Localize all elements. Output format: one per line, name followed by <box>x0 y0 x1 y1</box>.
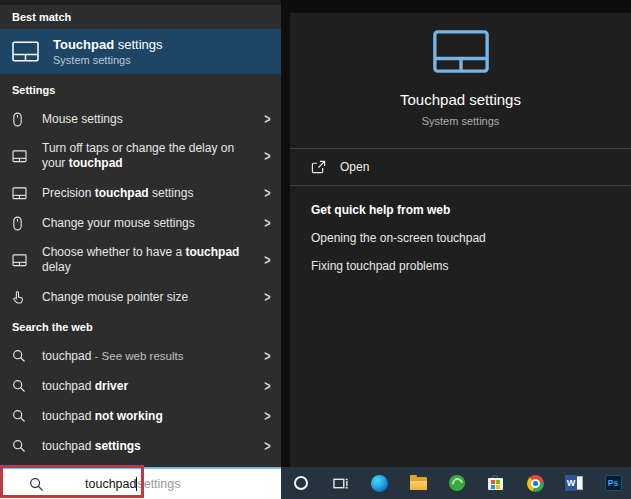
result-label-segment: Choose whether to have a <box>42 245 185 259</box>
result-label-segment: settings <box>149 186 194 200</box>
result-label-segment: touchpad <box>95 186 149 200</box>
quick-help-header: Get quick help from web <box>311 203 610 217</box>
quick-help-link[interactable]: Opening the on-screen touchpad <box>311 231 610 245</box>
chevron-right-icon[interactable]: > <box>264 184 270 202</box>
touchpad-icon <box>12 187 29 200</box>
windows-search-flyout: Best match Touchpad settings System sett… <box>0 0 631 499</box>
result-label: Choose whether to have a touchpad delay <box>42 245 254 275</box>
preview-pane: Touchpad settings System settings Open G… <box>290 13 631 467</box>
section-header-best-match: Best match <box>0 5 281 29</box>
result-label-segment: Change mouse pointer size <box>42 290 188 304</box>
search-results-panel: Best match Touchpad settings System sett… <box>0 0 281 467</box>
section-header: Search the web <box>0 312 281 341</box>
open-action[interactable]: Open <box>290 149 631 185</box>
preview-subtitle: System settings <box>290 115 631 127</box>
result-label-segment: touchpad <box>42 379 95 393</box>
result-label-segment: not working <box>95 409 163 423</box>
search-result-row[interactable]: Change mouse pointer size> <box>0 282 281 312</box>
search-suggestion-text: settings <box>137 477 180 491</box>
search-icon <box>12 349 29 363</box>
preview-title: Touchpad settings <box>290 91 631 108</box>
search-input-text[interactable]: touchpad <box>85 477 136 491</box>
cortana-icon[interactable] <box>292 474 310 492</box>
search-icon <box>12 379 29 393</box>
result-label-segment: touchpad <box>42 349 91 363</box>
result-label-segment: Change your mouse settings <box>42 216 195 230</box>
chevron-right-icon[interactable]: > <box>264 347 270 365</box>
word-icon[interactable]: W <box>565 474 583 492</box>
result-label-segment: touchpad <box>42 409 95 423</box>
result-label: Precision touchpad settings <box>42 186 254 201</box>
touchpad-large-icon <box>290 30 631 73</box>
result-label-segment: Mouse settings <box>42 112 123 126</box>
open-launch-icon <box>311 160 326 174</box>
result-label: Mouse settings <box>42 112 254 127</box>
result-label: touchpad settings <box>42 439 254 454</box>
result-label-segment: Precision <box>42 186 95 200</box>
search-result-row[interactable]: Change your mouse settings> <box>0 208 281 238</box>
taskbar-search-box[interactable]: touchpadsettings <box>0 467 281 499</box>
chevron-right-icon[interactable]: > <box>264 407 270 425</box>
search-result-row[interactable]: Precision touchpad settings> <box>0 178 281 208</box>
chevron-right-icon[interactable]: > <box>264 110 270 128</box>
mouse-icon <box>12 216 29 231</box>
best-match-title-segment: Touchpad <box>53 37 114 52</box>
mouse-icon <box>12 112 29 127</box>
open-label: Open <box>340 160 369 174</box>
chevron-right-icon[interactable]: > <box>264 288 270 306</box>
photoshop-icon[interactable]: Ps <box>604 474 622 492</box>
search-result-row[interactable]: Turn off taps or change the delay on you… <box>0 134 281 178</box>
quick-help-link[interactable]: Fixing touchpad problems <box>311 259 610 273</box>
task-view-icon[interactable] <box>331 474 349 492</box>
result-label: touchpad - See web results <box>42 349 254 364</box>
best-match-result[interactable]: Touchpad settings System settings <box>0 29 281 74</box>
result-label: Change mouse pointer size <box>42 290 254 305</box>
result-label-segment: touchpad <box>185 245 239 259</box>
pointer-icon <box>12 290 29 304</box>
touchpad-icon <box>12 254 29 267</box>
chevron-right-icon[interactable]: > <box>264 147 270 165</box>
search-result-row[interactable]: touchpad driver> <box>0 371 281 401</box>
quick-help-section: Get quick help from web Opening the on-s… <box>290 186 631 273</box>
preview-pane-wrap: Touchpad settings System settings Open G… <box>281 0 631 467</box>
result-label-segment: delay <box>42 260 71 274</box>
search-result-row[interactable]: Mouse settings> <box>0 104 281 134</box>
chrome-icon[interactable] <box>526 474 544 492</box>
search-result-row[interactable]: touchpad not working> <box>0 401 281 431</box>
search-icon <box>12 439 29 453</box>
best-match-title-segment: settings <box>114 37 162 52</box>
result-sections: SettingsMouse settings>Turn off taps or … <box>0 74 281 467</box>
chevron-right-icon[interactable]: > <box>264 214 270 232</box>
search-result-row[interactable]: touchpad - See web results> <box>0 341 281 371</box>
result-label-segment: touchpad <box>42 439 95 453</box>
file-explorer-icon[interactable] <box>409 474 427 492</box>
result-label-segment: touchpad <box>69 156 123 170</box>
edge-icon[interactable] <box>370 474 388 492</box>
chevron-right-icon[interactable]: > <box>264 377 270 395</box>
touchpad-icon <box>12 150 29 163</box>
chevron-right-icon[interactable]: > <box>264 437 270 455</box>
touchpad-icon <box>12 41 39 62</box>
ms-store-icon[interactable] <box>487 474 505 492</box>
result-label-segment: settings <box>95 439 141 453</box>
section-header: Settings <box>0 74 281 104</box>
best-match-subtitle: System settings <box>53 54 163 66</box>
greenshot-icon[interactable] <box>448 474 466 492</box>
search-result-row[interactable]: Choose whether to have a touchpad delay> <box>0 238 281 282</box>
search-icon <box>12 409 29 423</box>
result-label: touchpad not working <box>42 409 254 424</box>
search-icon <box>29 477 44 492</box>
taskbar-icons: WPs <box>285 467 622 499</box>
result-label-segment: driver <box>95 379 128 393</box>
result-label: Turn off taps or change the delay on you… <box>42 141 254 171</box>
search-result-row[interactable]: touchpad settings> <box>0 431 281 461</box>
result-label-segment: - See web results <box>91 350 183 362</box>
result-label: touchpad driver <box>42 379 254 394</box>
best-match-title: Touchpad settings <box>53 37 163 52</box>
result-label: Change your mouse settings <box>42 216 254 231</box>
chevron-right-icon[interactable]: > <box>264 251 270 269</box>
